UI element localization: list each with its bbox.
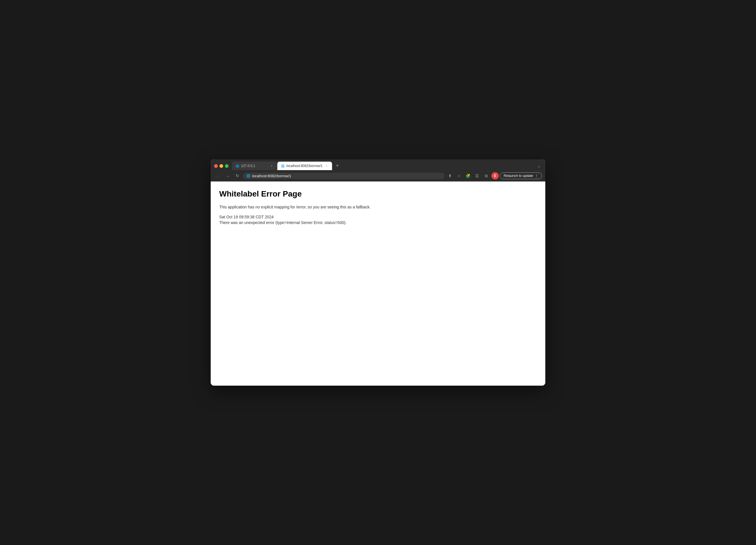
bookmark-icon[interactable]: ☆ bbox=[455, 172, 463, 180]
title-bar: 🌐 127.0.0.1 × 🌐 localhost:8082/borrow/1 … bbox=[211, 159, 545, 181]
relaunch-more-icon: ⋮ bbox=[535, 174, 538, 178]
collapse-button[interactable]: ⌄ bbox=[536, 162, 542, 169]
new-tab-button[interactable]: + bbox=[333, 162, 341, 170]
tab-2-favicon: 🌐 bbox=[281, 164, 285, 168]
tab-1-close-icon[interactable]: × bbox=[269, 164, 274, 168]
error-page-title: Whitelabel Error Page bbox=[219, 189, 537, 198]
nav-bar: ← → ↻ 🌐 localhost:8082/borrow/1 ⬆ ☆ 🧩 ☰ … bbox=[211, 170, 545, 181]
lock-icon: 🌐 bbox=[246, 174, 250, 178]
tab-2-close-icon[interactable]: × bbox=[324, 164, 329, 168]
profile-button[interactable]: E bbox=[491, 172, 499, 179]
address-bar[interactable]: 🌐 localhost:8082/borrow/1 bbox=[243, 173, 444, 179]
page-content: Whitelabel Error Page This application h… bbox=[211, 181, 545, 386]
extensions-icon[interactable]: 🧩 bbox=[464, 172, 472, 180]
maximize-button[interactable] bbox=[225, 164, 229, 168]
tab-2[interactable]: 🌐 localhost:8082/borrow/1 × bbox=[277, 162, 332, 170]
close-button[interactable] bbox=[214, 164, 218, 168]
tab-1[interactable]: 🌐 127.0.0.1 × bbox=[232, 162, 277, 170]
tab-1-favicon: 🌐 bbox=[235, 164, 239, 168]
split-view-icon[interactable]: ⧉ bbox=[482, 172, 490, 180]
tab-1-title: 127.0.0.1 bbox=[241, 164, 268, 168]
error-timestamp: Sat Oct 19 09:59:38 CDT 2024 bbox=[219, 215, 537, 219]
share-icon[interactable]: ⬆ bbox=[446, 172, 454, 180]
tabs-row: 🌐 127.0.0.1 × 🌐 localhost:8082/borrow/1 … bbox=[211, 159, 545, 170]
reload-button[interactable]: ↻ bbox=[233, 172, 241, 180]
error-details: There was an unexpected error (type=Inte… bbox=[219, 220, 537, 225]
error-description: This application has no explicit mapping… bbox=[219, 204, 537, 210]
address-text: localhost:8082/borrow/1 bbox=[252, 174, 441, 178]
back-button[interactable]: ← bbox=[214, 172, 222, 180]
relaunch-button[interactable]: Relaunch to update ⋮ bbox=[500, 172, 542, 179]
toolbar-icons: ⬆ ☆ 🧩 ☰ ⧉ E Relaunch to update ⋮ bbox=[446, 172, 542, 180]
forward-button[interactable]: → bbox=[224, 172, 232, 180]
tab-2-title: localhost:8082/borrow/1 bbox=[286, 164, 322, 168]
minimize-button[interactable] bbox=[219, 164, 223, 168]
tabs-manager-icon[interactable]: ☰ bbox=[473, 172, 481, 180]
browser-window: 🌐 127.0.0.1 × 🌐 localhost:8082/borrow/1 … bbox=[211, 159, 545, 386]
window-controls bbox=[214, 164, 229, 168]
